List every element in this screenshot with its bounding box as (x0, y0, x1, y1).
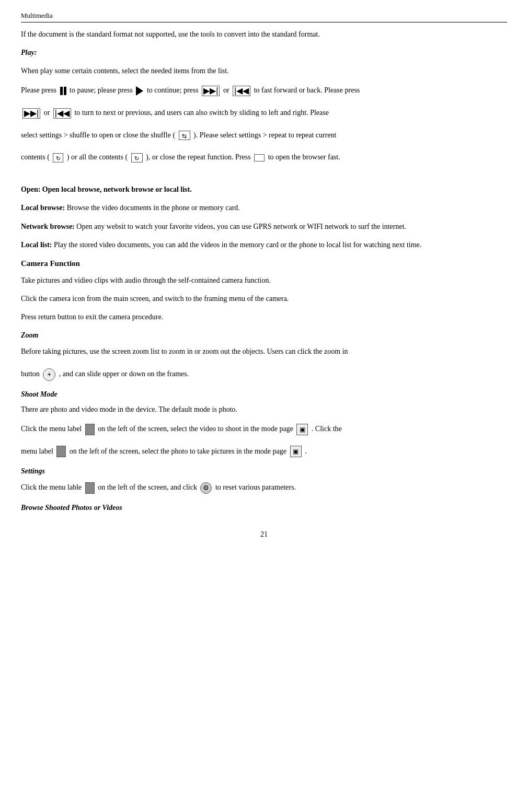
play-icon (136, 86, 143, 96)
play-details-4: contents ( ↻ ) or all the contents ( ↻ )… (21, 149, 507, 166)
page-number: 21 (21, 529, 507, 540)
rewind-icon: |◀◀ (233, 86, 250, 96)
menu-label-icon-settings (85, 482, 95, 494)
fast-forward-icon-2: ▶▶| (22, 108, 40, 119)
network-browse-para: Network browse: Open any websit to watch… (21, 220, 507, 233)
shoot-mode-para1: There are photo and video mode in the de… (21, 403, 507, 416)
mode-page-icon-photo (290, 446, 302, 457)
menu-label-icon-video (85, 424, 95, 435)
shoot-mode-para2: Click the menu label on the left of the … (21, 421, 507, 437)
network-browse-heading: Network browse: (21, 223, 75, 230)
header-title: Multimedia (21, 11, 53, 19)
local-list-para: Local list: Play the stored video docume… (21, 238, 507, 251)
browser-icon (254, 154, 265, 161)
rewind-icon-2: |◀◀ (53, 108, 71, 119)
repeat-all-icon: ↻ (131, 153, 143, 163)
play-intro: When play some certain contents, select … (21, 64, 507, 77)
network-browse-text: Open any websit to watch your favorite v… (76, 223, 406, 230)
pause-icon (60, 87, 66, 95)
shoot-mode-para3: menu label on the left of the screen, se… (21, 444, 507, 460)
browse-heading: Browse Shooted Photos or Videos (21, 502, 507, 513)
play-details-1: Please press to pause; please press to c… (21, 83, 507, 99)
shoot-mode-heading: Shoot Mode (21, 389, 507, 400)
mode-page-icon-video (296, 424, 308, 435)
shuffle-icon: ⇆ (179, 131, 190, 140)
play-details-2: ▶▶| or |◀◀ to turn to next or previous, … (21, 105, 507, 121)
page-header: Multimedia (21, 10, 507, 22)
settings-para: Click the menu lable on the left of the … (21, 480, 507, 496)
zoom-button-icon (43, 368, 55, 381)
play-details-3: select settings > shuffle to open or clo… (21, 127, 507, 144)
local-list-heading: Local list: (21, 241, 52, 249)
local-list-text: Play the stored video documents, you can… (54, 241, 421, 249)
camera-intro2: Click the camera icon from the main scre… (21, 292, 507, 305)
local-browse-text: Browse the video documents in the phone … (67, 204, 240, 212)
menu-label-icon-photo (56, 446, 66, 457)
intro-paragraph: If the document is the standard format n… (21, 28, 507, 41)
zoom-btn-para: button , and can slide upper or down on … (21, 366, 507, 382)
local-browse-para: Local browse: Browse the video documents… (21, 201, 507, 214)
camera-intro3: Press return button to exit the camera p… (21, 310, 507, 323)
camera-heading: Camera Function (21, 258, 507, 270)
fast-forward-icon: ▶▶| (202, 86, 220, 96)
camera-intro1: Take pictures and vidieo clips with audi… (21, 274, 507, 287)
zoom-para: Before taking pictures, use the screen z… (21, 344, 507, 360)
local-browse-heading: Local browse: (21, 204, 65, 212)
settings-reset-icon (200, 482, 212, 494)
play-heading: Play: (21, 46, 507, 59)
settings-heading: Settings (21, 466, 507, 477)
repeat-one-icon: ↻ (53, 153, 63, 163)
zoom-heading: Zoom (21, 330, 507, 341)
open-heading: Open: Open local browse, network browse … (21, 183, 507, 196)
